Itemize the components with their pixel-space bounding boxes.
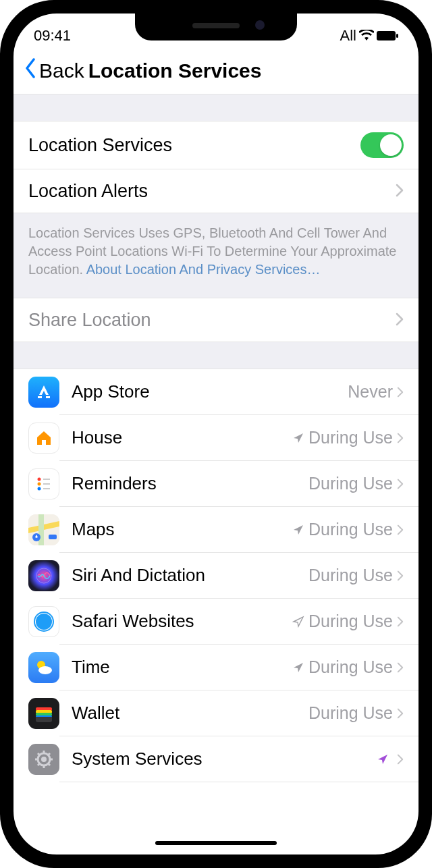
svg-point-3 (38, 478, 41, 481)
app-row-system[interactable]: System Services (14, 736, 418, 782)
app-name: Time (72, 657, 292, 678)
app-name: Safari Websites (72, 611, 292, 632)
battery-icon (377, 27, 398, 45)
svg-rect-2 (42, 440, 46, 445)
location-services-row[interactable]: Location Services (14, 121, 418, 169)
svg-point-15 (36, 614, 52, 630)
page-title: Location Services (88, 59, 262, 82)
safari-icon (28, 606, 59, 637)
svg-rect-1 (396, 34, 398, 38)
svg-line-29 (38, 763, 40, 765)
svg-point-5 (38, 487, 41, 491)
back-label: Back (39, 59, 84, 82)
app-row-siri[interactable]: Siri And Dictation During Use (14, 553, 418, 599)
svg-rect-11 (49, 535, 57, 539)
app-status: During Use (292, 520, 404, 539)
appstore-icon (28, 377, 59, 408)
app-name: Siri And Dictation (72, 565, 308, 586)
app-name: Reminders (72, 473, 308, 494)
status-carrier: All (340, 27, 356, 45)
location-alerts-label: Location Alerts (28, 181, 396, 202)
app-status: During Use (308, 703, 404, 723)
siri-icon (28, 560, 59, 591)
app-status: Never (348, 382, 404, 402)
app-row-weather[interactable]: Time During Use (14, 645, 418, 690)
app-name: System Services (72, 749, 377, 769)
app-status: During Use (308, 474, 404, 493)
app-status: During Use (292, 657, 404, 677)
svg-line-28 (48, 763, 50, 765)
svg-rect-0 (377, 31, 396, 40)
about-privacy-link[interactable]: About Location And Privacy Services… (86, 262, 321, 277)
app-status: During Use (292, 428, 404, 447)
app-row-appstore[interactable]: App Store Never (14, 369, 418, 415)
share-location-label: Share Location (28, 310, 396, 331)
svg-point-17 (38, 666, 52, 674)
nav-header: Back Location Services (14, 47, 418, 94)
chevron-left-icon (24, 58, 36, 83)
svg-point-31 (41, 757, 47, 762)
section-divider (14, 342, 418, 369)
reminders-icon (28, 468, 59, 499)
weather-icon (28, 652, 59, 683)
back-button[interactable]: Back (24, 58, 84, 83)
svg-line-30 (48, 753, 50, 755)
location-services-label: Location Services (28, 135, 360, 156)
app-row-wallet[interactable]: Wallet During Use (14, 690, 418, 736)
wifi-icon (359, 27, 374, 45)
location-services-description: Location Services Uses GPS, Bluetooth An… (14, 213, 418, 298)
status-time: 09:41 (34, 27, 71, 45)
chevron-right-icon (396, 309, 404, 331)
location-alerts-row[interactable]: Location Alerts (14, 169, 418, 213)
app-name: House (72, 427, 292, 448)
location-services-toggle[interactable] (360, 132, 404, 158)
notch (135, 13, 297, 40)
wallet-icon (28, 698, 59, 729)
svg-point-4 (38, 483, 41, 486)
home-indicator[interactable] (155, 841, 277, 845)
svg-line-27 (38, 753, 40, 755)
app-name: Wallet (72, 703, 308, 724)
maps-icon (28, 514, 59, 545)
app-status (377, 753, 404, 765)
app-row-home[interactable]: House During Use (14, 415, 418, 461)
app-name: Maps (72, 519, 292, 540)
app-row-maps[interactable]: Maps During Use (14, 507, 418, 553)
app-name: App Store (72, 381, 348, 402)
home-icon (28, 423, 59, 454)
app-list: App Store Never House During Use Reminde… (14, 369, 418, 782)
chevron-right-icon (396, 180, 404, 202)
section-divider (14, 94, 418, 121)
app-status: During Use (308, 566, 404, 585)
share-location-row[interactable]: Share Location (14, 298, 418, 342)
app-row-reminders[interactable]: Reminders During Use (14, 461, 418, 507)
app-row-safari[interactable]: Safari Websites During Use (14, 599, 418, 645)
system-icon (28, 744, 59, 775)
app-status: During Use (292, 612, 404, 631)
